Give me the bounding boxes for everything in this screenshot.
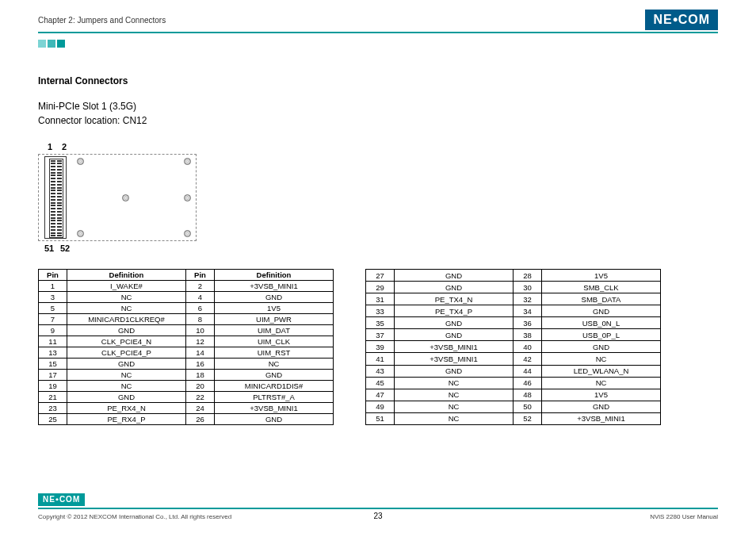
def-cell: SMB_CLK: [542, 282, 661, 293]
def-cell: GND: [215, 414, 334, 425]
def-cell: UIM_DAT: [215, 325, 334, 336]
table-row: 25PE_RX4_P26GND: [39, 414, 334, 425]
pin-cell: 26: [186, 414, 215, 425]
def-cell: CLK_PCIE4_P: [67, 347, 186, 359]
table-row: 11CLK_PCIE4_N12UIM_CLK: [39, 336, 334, 347]
def-cell: NC: [67, 370, 186, 381]
pin-cell: 33: [366, 305, 395, 317]
pin-cell: 41: [366, 353, 395, 365]
table-row: 27GND281V5: [366, 270, 661, 282]
pin-cell: 51: [366, 412, 395, 424]
diagram-pin-label: 52: [60, 243, 70, 253]
table-header-def: Definition: [215, 270, 334, 281]
def-cell: UIM_CLK: [215, 336, 334, 347]
table-row: 9GND10UIM_DAT: [39, 325, 334, 336]
pin-cell: 4: [186, 292, 215, 303]
decorative-squares: [38, 40, 65, 48]
def-cell: UIM_PWR: [215, 314, 334, 325]
pin-cell: 22: [186, 392, 215, 403]
pin-cell: 1: [39, 281, 67, 292]
diagram-pin-label: 2: [62, 142, 67, 151]
pin-cell: 10: [186, 325, 215, 336]
pin-cell: 24: [186, 403, 215, 414]
pin-cell: 32: [514, 293, 542, 305]
def-cell: GND: [395, 270, 514, 282]
def-cell: NC: [395, 389, 514, 401]
table-header-pin: Pin: [39, 270, 67, 281]
table-row: 7MINICARD1CLKREQ#8UIM_PWR: [39, 314, 334, 325]
table-row: 45NC46NC: [366, 377, 661, 389]
pin-cell: 39: [366, 341, 395, 353]
pin-cell: 13: [39, 347, 67, 359]
def-cell: 1V5: [542, 270, 661, 282]
table-header-pin: Pin: [186, 270, 215, 281]
pin-cell: 17: [39, 370, 67, 381]
def-cell: PLTRST#_A: [215, 392, 334, 403]
screw-icon: [184, 194, 191, 201]
header-rule: [38, 32, 718, 33]
def-cell: USB_0P_L: [542, 329, 661, 341]
pin-cell: 30: [514, 282, 542, 293]
square-icon: [38, 40, 46, 48]
pin-cell: 49: [366, 401, 395, 412]
def-cell: GND: [542, 401, 661, 412]
square-icon: [57, 40, 65, 48]
table-row: 13CLK_PCIE4_P14UIM_RST: [39, 347, 334, 359]
table-header-def: Definition: [67, 270, 186, 281]
def-cell: NC: [395, 377, 514, 389]
table-row: 19NC20MINICARD1DIS#: [39, 381, 334, 392]
table-row: 47NC481V5: [366, 389, 661, 401]
def-cell: GND: [67, 392, 186, 403]
def-cell: GND: [395, 329, 514, 341]
pin-cell: 45: [366, 377, 395, 389]
def-cell: +3VSB_MINI1: [542, 412, 661, 424]
pin-cell: 11: [39, 336, 67, 347]
pin-cell: 20: [186, 381, 215, 392]
chapter-title: Chapter 2: Jumpers and Connectors: [38, 16, 166, 25]
pin-cell: 9: [39, 325, 67, 336]
logo-bottom: NE⦁COM: [38, 491, 85, 506]
nexcom-logo-icon: NE⦁COM: [645, 10, 718, 30]
def-cell: NC: [395, 412, 514, 424]
logo-top: NE⦁COM: [645, 10, 718, 30]
pin-cell: 16: [186, 359, 215, 370]
footer-rule: [38, 508, 718, 509]
def-cell: GND: [395, 365, 514, 377]
square-icon: [48, 40, 55, 48]
pin-cell: 12: [186, 336, 215, 347]
def-cell: +3VSB_MINI1: [395, 341, 514, 353]
nexcom-logo-icon: NE⦁COM: [38, 493, 85, 506]
pin-cell: 19: [39, 381, 67, 392]
def-cell: UIM_RST: [215, 347, 334, 359]
pin-cell: 28: [514, 270, 542, 282]
pin-cell: 5: [39, 303, 67, 314]
section-heading: Internal Connectors: [38, 75, 718, 86]
def-cell: I_WAKE#: [67, 281, 186, 292]
table-row: 21GND22PLTRST#_A: [39, 392, 334, 403]
pin-cell: 31: [366, 293, 395, 305]
connector-diagram: 1 2 51 52: [38, 142, 197, 253]
def-cell: USB_0N_L: [542, 317, 661, 329]
screw-icon: [184, 158, 191, 165]
def-cell: GND: [542, 305, 661, 317]
table-row: 39+3VSB_MINI140GND: [366, 341, 661, 353]
def-cell: NC: [67, 292, 186, 303]
def-cell: NC: [542, 353, 661, 365]
pin-cell: 36: [514, 317, 542, 329]
def-cell: +3VSB_MINI1: [215, 281, 334, 292]
def-cell: MINICARD1DIS#: [215, 381, 334, 392]
table-row: 43GND44LED_WLANA_N: [366, 365, 661, 377]
pin-cell: 43: [366, 365, 395, 377]
def-cell: GND: [215, 292, 334, 303]
pin-cell: 15: [39, 359, 67, 370]
pin-cell: 25: [39, 414, 67, 425]
def-cell: 1V5: [215, 303, 334, 314]
def-cell: GND: [395, 317, 514, 329]
pin-cell: 8: [186, 314, 215, 325]
table-row: 51NC52+3VSB_MINI1: [366, 412, 661, 424]
connector-location: Connector location: CN12: [38, 115, 718, 126]
table-row: 41+3VSB_MINI142NC: [366, 353, 661, 365]
def-cell: CLK_PCIE4_N: [67, 336, 186, 347]
connector-name: Mini-PCIe Slot 1 (3.5G): [38, 101, 718, 112]
def-cell: NC: [395, 401, 514, 412]
